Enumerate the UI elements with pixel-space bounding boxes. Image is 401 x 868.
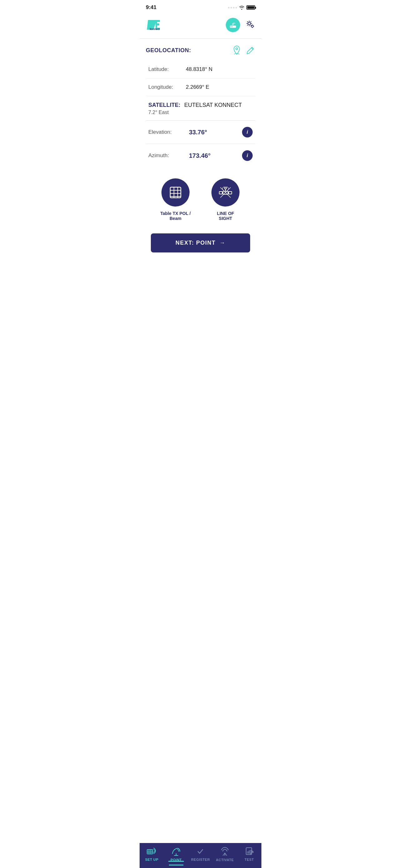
svg-point-5 bbox=[232, 26, 232, 27]
table-tx-pol-label: Table TX POL / Beam bbox=[160, 211, 191, 221]
longitude-row: Longitude: 2.2669° E bbox=[146, 79, 255, 96]
satellite-position: 7.2° East bbox=[148, 110, 253, 115]
next-point-button[interactable]: NEXT: POINT → bbox=[151, 234, 250, 252]
longitude-label: Longitude: bbox=[148, 84, 186, 90]
svg-point-6 bbox=[233, 24, 233, 25]
line-of-sight-button[interactable]: LINE OF SIGHT bbox=[210, 178, 241, 221]
latitude-label: Latitude: bbox=[148, 66, 186, 72]
table-tx-pol-circle bbox=[162, 178, 190, 207]
signal-dots-icon bbox=[228, 7, 237, 8]
svg-rect-18 bbox=[229, 191, 232, 194]
geolocation-header: GEOLOCATION: bbox=[146, 39, 255, 61]
action-buttons: Table TX POL / Beam bbox=[146, 167, 255, 230]
svg-text:konnect: konnect bbox=[149, 28, 160, 31]
elevation-label: Elevation: bbox=[148, 129, 189, 135]
svg-rect-17 bbox=[219, 191, 222, 194]
line-of-sight-label: LINE OF SIGHT bbox=[210, 211, 241, 221]
svg-rect-10 bbox=[170, 187, 181, 198]
satellite-label: SATELLITE: bbox=[148, 102, 180, 108]
edit-icon[interactable] bbox=[246, 45, 255, 55]
azimuth-row: Azimuth: 173.46° i bbox=[146, 144, 255, 167]
table-icon bbox=[168, 185, 183, 200]
geolocation-title: GEOLOCATION: bbox=[146, 47, 191, 54]
svg-point-7 bbox=[248, 22, 250, 25]
settings-icon bbox=[245, 19, 255, 29]
line-of-sight-circle bbox=[211, 178, 239, 207]
location-pin-icon[interactable] bbox=[231, 45, 242, 56]
latitude-row: Latitude: 48.8318° N bbox=[146, 61, 255, 79]
latitude-value: 48.8318° N bbox=[186, 66, 212, 72]
app-header: konnect bbox=[140, 13, 261, 39]
elevation-row: Elevation: 33.76° i bbox=[146, 121, 255, 144]
main-content: GEOLOCATION: Latitude: 48.8318° N Longit… bbox=[140, 39, 261, 293]
azimuth-info-button[interactable]: i bbox=[242, 150, 253, 161]
logo-svg: konnect bbox=[146, 16, 174, 33]
next-btn-container: NEXT: POINT → bbox=[146, 230, 255, 262]
logo: konnect bbox=[146, 16, 174, 33]
longitude-value: 2.2669° E bbox=[186, 84, 209, 90]
elevation-value: 33.76° bbox=[189, 129, 242, 136]
status-bar: 9:41 bbox=[140, 0, 261, 13]
elevation-info-button[interactable]: i bbox=[242, 127, 253, 137]
geolocation-icons bbox=[231, 45, 255, 56]
router-icon bbox=[229, 21, 237, 29]
status-icons bbox=[228, 5, 255, 10]
next-point-label: NEXT: POINT bbox=[175, 240, 216, 246]
status-time: 9:41 bbox=[146, 4, 157, 11]
azimuth-value: 173.46° bbox=[189, 152, 242, 159]
svg-point-20 bbox=[225, 187, 226, 189]
table-tx-pol-button[interactable]: Table TX POL / Beam bbox=[160, 178, 191, 221]
router-button[interactable] bbox=[226, 18, 240, 32]
header-actions bbox=[226, 18, 255, 32]
next-arrow-icon: → bbox=[220, 240, 226, 246]
settings-button[interactable] bbox=[245, 19, 255, 31]
satellite-name: EUTELSAT KONNECT bbox=[184, 102, 242, 108]
azimuth-label: Azimuth: bbox=[148, 153, 189, 159]
svg-point-9 bbox=[236, 48, 238, 50]
wifi-icon bbox=[239, 5, 244, 10]
satellite-los-icon bbox=[218, 184, 234, 200]
satellite-section: SATELLITE: EUTELSAT KONNECT 7.2° East bbox=[146, 96, 255, 118]
svg-point-4 bbox=[231, 26, 231, 27]
battery-icon bbox=[246, 5, 255, 10]
